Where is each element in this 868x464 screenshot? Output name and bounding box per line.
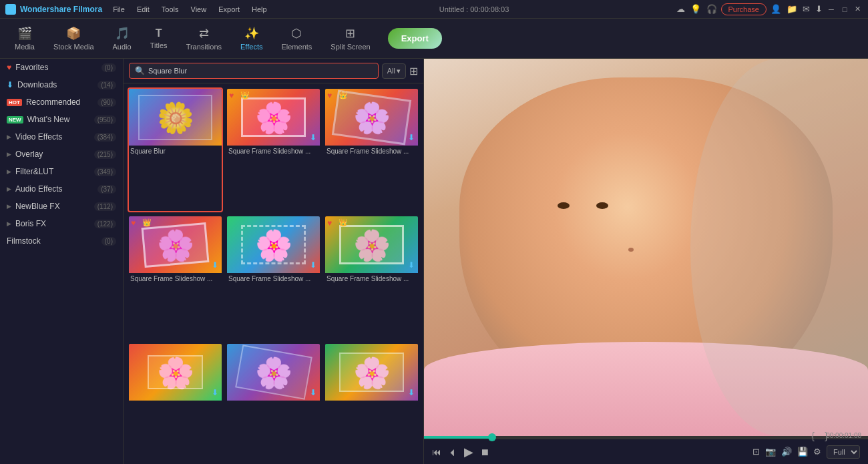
effect-item-1[interactable]: Square Blur <box>128 87 223 212</box>
crown-icon: 👑 <box>142 218 152 227</box>
sidebar-recommended-count: (90) <box>97 98 116 107</box>
sidebar-item-video-effects[interactable]: ▶ Video Effects (384) <box>0 128 123 146</box>
heart-icon: ♥ <box>327 91 332 100</box>
effect-item-5[interactable]: ⬇ Square Frame Slideshow ... <box>226 215 321 340</box>
grid-view-icon[interactable]: ⊞ <box>409 65 418 77</box>
arrow-icon: ▶ <box>7 186 11 192</box>
effect-item-4[interactable]: ♥ 👑 ⬇ Square Frame Slideshow ... <box>128 215 223 340</box>
mail-icon[interactable]: ✉ <box>803 4 810 14</box>
sidebar-overlay-count: (215) <box>94 150 116 159</box>
sidebar-videoeffects-label: Video Effects <box>15 132 62 142</box>
effect-thumb-9: ⬇ <box>325 344 418 401</box>
bulb-icon[interactable]: 💡 <box>690 4 701 14</box>
sidebar-newblue-left: ▶ NewBlue FX <box>7 202 60 211</box>
save-frame-icon[interactable]: 💾 <box>797 447 808 457</box>
sidebar-item-boris-fx[interactable]: ▶ Boris FX (122) <box>0 215 123 232</box>
sidebar-downloads-left: ⬇ Downloads <box>7 80 57 89</box>
sidebar-item-favorites[interactable]: ♥ Favorites (0) <box>0 59 123 76</box>
sidebar-item-filmstock[interactable]: Filmstock (0) <box>0 232 123 250</box>
filter-dropdown[interactable]: All ▾ <box>382 63 406 79</box>
titlebar-icons: ☁ 💡 🎧 <box>676 4 717 14</box>
toolbar-transitions[interactable]: ⇄ Transitions <box>178 23 230 53</box>
effects-search-input[interactable] <box>148 67 373 75</box>
sidebar-filterlut-left: ▶ Filter&LUT <box>7 167 53 176</box>
menu-export[interactable]: Export <box>213 4 245 15</box>
sidebar-filterlut-count: (349) <box>94 168 116 176</box>
titlebar: Wondershare Filmora File Edit Tools View… <box>0 0 868 19</box>
menu-file[interactable]: File <box>107 4 130 15</box>
effect-label-7 <box>129 401 222 405</box>
sidebar-item-newblue-fx[interactable]: ▶ NewBlue FX (112) <box>0 198 123 215</box>
left-panel: ♥ Favorites (0) ⬇ Downloads (14) HOT Rec… <box>0 59 124 464</box>
effect-item-3[interactable]: ♥ 👑 ⬇ Square Frame Slideshow ... <box>324 87 419 212</box>
effect-item-7[interactable]: ⬇ <box>128 342 223 460</box>
snapshot-icon[interactable]: 📷 <box>765 447 776 457</box>
volume-icon[interactable]: 🔊 <box>781 447 792 457</box>
download-icon: ⬇ <box>7 80 13 89</box>
effect-label-9 <box>325 401 418 405</box>
skip-back-button[interactable]: ⏮ <box>432 447 441 457</box>
export-button[interactable]: Export <box>388 28 442 49</box>
quality-selector[interactable]: Full 1/2 1/4 <box>827 445 860 459</box>
minimize-button[interactable]: ─ <box>827 5 836 14</box>
sidebar-whatsnew-left: NEW What's New <box>7 115 69 124</box>
sidebar-boris-left: ▶ Boris FX <box>7 219 46 228</box>
maximize-button[interactable]: □ <box>840 5 849 14</box>
effect-item-8[interactable]: ⬇ <box>226 342 321 460</box>
preview-panel: { } 00:00:01:08 ⏮ ⏴ ▶ ⏹ ⊡ 📷 🔊 💾 ⚙ Full 1… <box>424 59 868 464</box>
fit-icon[interactable]: ⊡ <box>752 447 760 457</box>
toolbar-audio[interactable]: 🎵 Audio <box>105 23 140 53</box>
heart-icon: ♥ <box>327 218 332 228</box>
folder-icon[interactable]: 📁 <box>787 4 797 14</box>
toolbar-effects[interactable]: ✨ Effects <box>232 23 270 53</box>
sidebar-item-whats-new[interactable]: NEW What's New (950) <box>0 111 123 128</box>
effect-thumb-6: ♥ 👑 ⬇ <box>325 216 418 273</box>
sidebar-item-filterlut[interactable]: ▶ Filter&LUT (349) <box>0 163 123 180</box>
close-button[interactable]: ✕ <box>853 5 863 14</box>
settings-icon[interactable]: ⚙ <box>813 447 821 457</box>
audio-icon: 🎵 <box>115 26 130 41</box>
media-icon: 🎬 <box>17 26 32 41</box>
cloud-icon[interactable]: ☁ <box>676 4 685 14</box>
toolbar-split-screen[interactable]: ⊞ Split Screen <box>322 23 378 53</box>
menu-edit[interactable]: Edit <box>132 4 155 15</box>
sidebar-item-audio-effects[interactable]: ▶ Audio Effects (37) <box>0 180 123 198</box>
purchase-button[interactable]: Purchase <box>721 3 767 15</box>
effect-thumb-7: ⬇ <box>129 344 222 401</box>
toolbar-elements[interactable]: ⬡ Elements <box>273 23 320 53</box>
toolbar-split-label: Split Screen <box>331 43 370 51</box>
sidebar-audioeffects-label: Audio Effects <box>15 184 63 194</box>
menu-view[interactable]: View <box>186 4 212 15</box>
effect-item-9[interactable]: ⬇ <box>324 342 419 460</box>
toolbar-media[interactable]: 🎬 Media <box>7 23 43 53</box>
download-icon: ⬇ <box>310 388 316 397</box>
download-icon: ⬇ <box>310 260 316 270</box>
effect-item-6[interactable]: ♥ 👑 ⬇ Square Frame Slideshow ... <box>324 215 419 340</box>
menu-tools[interactable]: Tools <box>156 4 184 15</box>
toolbar-titles[interactable]: T Titles <box>142 25 176 52</box>
arrow-icon: ▶ <box>7 134 11 140</box>
stop-button[interactable]: ⏹ <box>480 447 489 457</box>
sidebar-downloads-label: Downloads <box>17 80 57 89</box>
sidebar-item-overlay[interactable]: ▶ Overlay (215) <box>0 146 123 163</box>
menu-help[interactable]: Help <box>246 4 272 15</box>
download-icon[interactable]: ⬇ <box>815 4 823 14</box>
play-button[interactable]: ▶ <box>464 445 473 459</box>
sidebar-videoeffects-count: (384) <box>94 133 116 142</box>
elements-icon: ⬡ <box>291 26 302 41</box>
progress-bar[interactable]: { } 00:00:01:08 <box>424 436 868 439</box>
effect-item-2[interactable]: ♥ 👑 ⬇ Square Frame Slideshow ... <box>226 87 321 212</box>
user-icon[interactable]: 👤 <box>771 4 781 14</box>
toolbar-titles-label: Titles <box>150 41 168 49</box>
toolbar-stock-media[interactable]: 📦 Stock Media <box>45 23 102 53</box>
headset-icon[interactable]: 🎧 <box>706 4 717 14</box>
arrow-icon: ▶ <box>7 203 11 210</box>
effect-label-1: Square Blur <box>129 146 222 157</box>
step-back-button[interactable]: ⏴ <box>448 447 457 457</box>
sidebar-item-downloads[interactable]: ⬇ Downloads (14) <box>0 76 123 93</box>
sidebar-item-recommended[interactable]: HOT Recommended (90) <box>0 93 123 111</box>
sidebar-newblue-label: NewBlue FX <box>15 202 60 211</box>
effect-label-2: Square Frame Slideshow ... <box>227 146 320 157</box>
sidebar-audioeffects-count: (37) <box>97 185 116 194</box>
sidebar-filterlut-label: Filter&LUT <box>15 167 53 176</box>
